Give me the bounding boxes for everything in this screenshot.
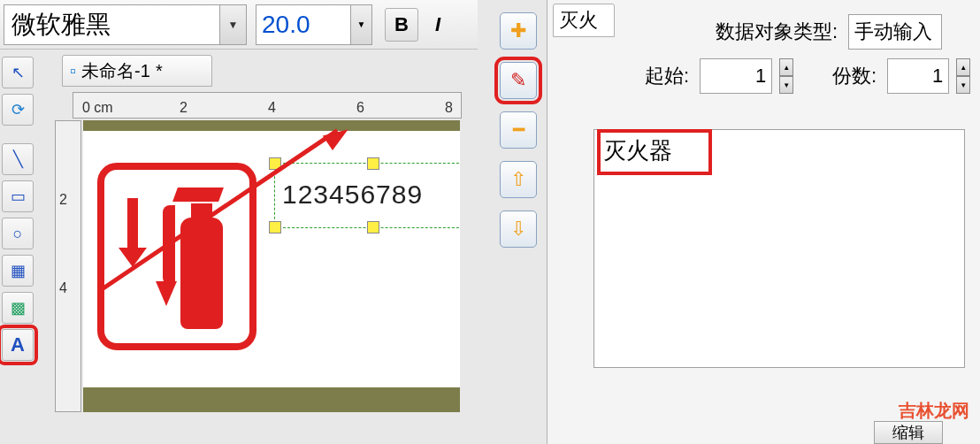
left-toolbar: ↖ ⟳ ╲ ▭ ○ ▦ ▩ A (2, 57, 37, 361)
doc-icon: ▫ (70, 61, 76, 81)
move-up-button[interactable]: ⇧ (500, 161, 537, 198)
canvas-bottom-band (83, 387, 460, 412)
ruler-tick: 0 cm (82, 100, 113, 116)
tab-label: 灭火 (559, 7, 598, 34)
separator (2, 131, 37, 138)
font-name-value: 微软雅黑 (11, 8, 111, 42)
text-icon: A (11, 333, 25, 356)
textarea-value: 灭火器 (603, 137, 672, 164)
extinguisher-nozzle (156, 281, 177, 306)
resize-handle-sw[interactable] (269, 221, 281, 233)
up-arrow-icon: ⇧ (510, 168, 526, 191)
ruler-tick: 4 (59, 280, 67, 296)
down-arrow-icon: ⇩ (510, 218, 526, 241)
properties-tab[interactable]: 灭火 (553, 4, 615, 37)
line-icon: ╲ (13, 149, 23, 169)
start-label: 起始: (645, 63, 689, 89)
data-type-label: 数据对象类型: (716, 19, 838, 45)
edit-icon: ✎ (510, 69, 526, 92)
spinner-up-button[interactable]: ▲ (779, 58, 793, 76)
vertical-ruler: 2 4 (55, 120, 81, 412)
image-tool[interactable]: ▩ (2, 292, 34, 324)
top-toolbar: 微软雅黑 ▼ ▼ B I (0, 0, 478, 50)
ruler-tick: 4 (268, 100, 276, 116)
add-button[interactable]: ✚ (500, 12, 537, 50)
barcode-icon: ▦ (11, 261, 26, 280)
bold-button[interactable]: B (385, 8, 418, 42)
copies-row: 份数: ▲ ▼ (832, 58, 970, 94)
doc-modified-indicator: * (156, 61, 163, 81)
document-tab[interactable]: ▫ 未命名-1 * (62, 55, 212, 87)
plus-icon: ✚ (510, 19, 526, 42)
font-size-dropdown-icon[interactable]: ▼ (351, 4, 372, 45)
dropdown-arrow-icon[interactable]: ▼ (219, 5, 246, 44)
watermark-text: 吉林龙网 (899, 399, 969, 423)
lasso-tool[interactable]: ⟳ (2, 94, 34, 126)
ruler-tick: 8 (445, 100, 453, 116)
copies-input[interactable] (887, 58, 949, 94)
spinner-down-button[interactable]: ▼ (779, 76, 793, 94)
extinguisher-handle (172, 188, 224, 202)
data-type-input[interactable] (848, 14, 942, 50)
content-textarea[interactable]: 灭火器 (593, 129, 965, 368)
start-spinner: ▲ ▼ (779, 58, 793, 94)
horizontal-ruler: 0 cm 2 4 6 8 (73, 92, 462, 119)
rounded-rect-tool[interactable]: ▭ (2, 180, 34, 212)
down-arrow-icon (127, 198, 138, 251)
number-text: 123456789 (282, 180, 423, 210)
edit-bottom-button[interactable]: 缩辑 (874, 421, 943, 444)
ruler-tick: 2 (59, 192, 67, 208)
ruler-tick: 2 (180, 100, 188, 116)
text-selection-box[interactable]: 123456789 (274, 163, 460, 228)
resize-handle-s[interactable] (367, 221, 379, 233)
edit-button[interactable]: ✎ (500, 62, 537, 99)
barcode-tool[interactable]: ▦ (2, 255, 34, 287)
font-size-input[interactable] (256, 4, 351, 45)
spinner-down-button[interactable]: ▼ (956, 76, 970, 94)
data-type-row: 数据对象类型: (716, 14, 942, 50)
remove-button[interactable]: ━ (500, 111, 537, 149)
italic-button[interactable]: I (431, 8, 445, 42)
pointer-icon: ↖ (11, 63, 25, 82)
copies-spinner: ▲ ▼ (956, 58, 970, 94)
spinner-up-button[interactable]: ▲ (956, 58, 970, 76)
minus-icon: ━ (513, 119, 524, 142)
resize-handle-n[interactable] (367, 157, 379, 170)
start-input[interactable] (700, 58, 772, 94)
image-icon: ▩ (11, 298, 26, 318)
circle-tool[interactable]: ○ (2, 218, 34, 249)
ruler-tick: 6 (356, 100, 364, 116)
line-tool[interactable]: ╲ (2, 143, 34, 175)
pointer-tool[interactable]: ↖ (2, 57, 34, 88)
fire-extinguisher-sign[interactable] (97, 163, 256, 350)
doc-tab-title: 未命名-1 (81, 59, 150, 83)
copies-label: 份数: (832, 63, 877, 89)
properties-panel: 灭火 数据对象类型: 起始: ▲ ▼ 份数: ▲ ▼ 灭火器 吉林龙网 缩辑 (547, 0, 980, 444)
font-select[interactable]: 微软雅黑 ▼ (4, 4, 247, 45)
rounded-rect-icon: ▭ (11, 187, 26, 206)
start-row: 起始: ▲ ▼ (645, 58, 793, 94)
lasso-icon: ⟳ (11, 100, 25, 119)
text-tool[interactable]: A (2, 329, 34, 361)
circle-icon: ○ (13, 225, 23, 243)
move-down-button[interactable]: ⇩ (500, 211, 537, 248)
middle-toolbar: ✚ ✎ ━ ⇧ ⇩ (500, 12, 542, 248)
